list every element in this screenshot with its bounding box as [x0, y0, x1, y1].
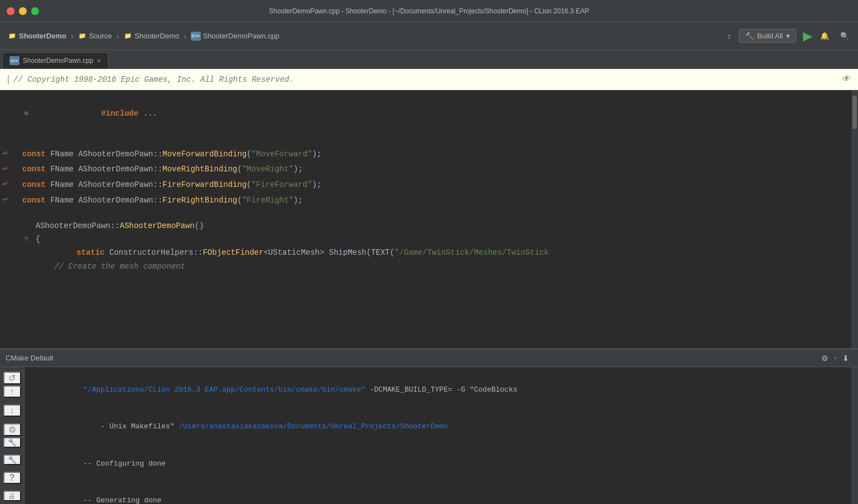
- breadcrumb-sep-2: ›: [116, 32, 119, 41]
- const-line-2: const FName AShooterDemoPawn::MoveRightB…: [19, 163, 303, 175]
- sort-button[interactable]: ↕: [724, 29, 734, 42]
- output-line-1b: - Unix Makefiles" /Users/anastasiakazako…: [31, 408, 845, 445]
- output-settings-button[interactable]: ⚙: [3, 423, 21, 436]
- cmake-label: CMake Default: [6, 354, 53, 362]
- window-title: ShooterDemoPawn.cpp - ShooterDemo - [~/D…: [269, 7, 589, 15]
- code-line-static: static ConstructorHelpers::FObjectFinder…: [0, 246, 851, 259]
- constructor-text: AShooterDemoPawn::AShooterDemoPawn(): [32, 220, 204, 232]
- const-line-4: const FName AShooterDemoPawn::FireRightB…: [19, 194, 303, 206]
- tab-label: ShooterDemoPawn.cpp: [23, 57, 93, 65]
- toolbar: 📁 ShooterDemo › 📁 Source › 📁 ShooterDemo…: [0, 22, 858, 50]
- code-line-comment: // Create the mesh component: [0, 260, 851, 273]
- fold-icon-brace[interactable]: ▽: [24, 234, 32, 245]
- code-line-3: ↩ const FName AShooterDemoPawn::FireForw…: [0, 177, 851, 192]
- code-line-1: ↩ const FName AShooterDemoPawn::MoveForw…: [0, 146, 851, 162]
- output-left-icons: ↺ ↑ ↓ ⚙ 🔧 🔧 ? 🖨 🗑: [0, 367, 24, 504]
- tab-cpp-icon: C++: [9, 56, 19, 65]
- code-line-empty1: [0, 135, 851, 146]
- cpp-file-icon: C++: [191, 32, 201, 41]
- folder-icon: 📁: [8, 32, 17, 41]
- breadcrumb-label-source: Source: [89, 32, 112, 40]
- tab-close-button[interactable]: ×: [97, 57, 101, 65]
- gutter-icon-1: ↩: [0, 147, 10, 161]
- output-print-button[interactable]: 🖨: [3, 491, 21, 501]
- output-down-button[interactable]: ↓: [3, 404, 21, 417]
- cmake-gear-button[interactable]: ⚙: [818, 352, 832, 365]
- output-line-3: -- Generating done: [31, 482, 845, 504]
- build-dropdown-icon: ▾: [786, 32, 790, 40]
- bottom-panel: CMake Default ⚙ ▾ ⬇ ↺ ↑ ↓ ⚙ 🔧: [0, 348, 858, 504]
- output-scrollbar[interactable]: [851, 367, 858, 504]
- output-refresh-button[interactable]: ↺: [3, 372, 21, 384]
- breadcrumb-item-file[interactable]: C++ ShooterDemoPawn.cpp: [189, 31, 282, 42]
- title-bar: ShooterDemoPawn.cpp - ShooterDemo - [~/D…: [0, 0, 858, 22]
- folder-icon-2: 📁: [78, 32, 87, 41]
- notification-button[interactable]: 🔔: [817, 29, 832, 42]
- output-path-1: "/Applications/CLion 2016.3 EAP.app/Cont…: [83, 386, 366, 394]
- code-content: ⊞ #include ... ↩ const FName AShooterDem…: [0, 90, 851, 348]
- breadcrumb-sep-3: ›: [184, 32, 186, 41]
- cmake-download-button[interactable]: ⬇: [839, 352, 852, 365]
- code-line-constructor: AShooterDemoPawn::AShooterDemoPawn(): [0, 219, 851, 233]
- tab-bar: C++ ShooterDemoPawn.cpp ×: [0, 50, 858, 69]
- search-button[interactable]: 🔍: [837, 29, 852, 42]
- editor-area: // Copyright 1998-2016 Epic Games, Inc. …: [0, 69, 858, 504]
- code-line-empty2: [0, 208, 851, 219]
- output-text[interactable]: "/Applications/CLion 2016.3 EAP.app/Cont…: [24, 367, 851, 504]
- copyright-comment: // Copyright 1998-2016 Epic Games, Inc. …: [13, 75, 294, 84]
- breadcrumb-item-shooterdemo2[interactable]: 📁 ShooterDemo: [121, 31, 181, 42]
- maximize-button[interactable]: [31, 7, 39, 15]
- code-line-brace: ▽ {: [0, 233, 851, 246]
- eye-icon[interactable]: 👁: [841, 74, 850, 85]
- gutter-icon-3: ↩: [0, 177, 10, 192]
- minimize-button[interactable]: [19, 7, 27, 15]
- output-wrench-button[interactable]: 🔧: [3, 437, 21, 448]
- bottom-panel-header: CMake Default ⚙ ▾ ⬇: [0, 349, 858, 367]
- breadcrumb-label-shooterdemo: ShooterDemo: [19, 32, 66, 40]
- main-area: // Copyright 1998-2016 Epic Games, Inc. …: [0, 69, 858, 504]
- breadcrumb-label-shooterdemo2: ShooterDemo: [135, 32, 179, 40]
- brace-text: {: [32, 233, 40, 245]
- scrollbar-thumb[interactable]: [852, 96, 857, 129]
- folder-icon-3: 📁: [124, 32, 132, 41]
- notification-icon: 🔔: [820, 32, 829, 40]
- include-text: #include ...: [32, 95, 157, 132]
- gutter-icon-2: ↩: [0, 162, 10, 177]
- output-icon-5[interactable]: 🔧: [3, 454, 21, 465]
- output-help-button[interactable]: ?: [3, 472, 21, 484]
- code-line-include: ⊞ #include ...: [0, 95, 851, 133]
- const-line-3: const FName AShooterDemoPawn::FireForwar…: [19, 179, 322, 191]
- code-editor[interactable]: ⊞ #include ... ↩ const FName AShooterDem…: [0, 90, 858, 348]
- breadcrumb-item-shooterdemo[interactable]: 📁 ShooterDemo: [6, 31, 68, 42]
- breadcrumb-label-file: ShooterDemoPawn.cpp: [203, 32, 279, 40]
- editor-scrollbar[interactable]: [851, 90, 858, 348]
- output-area: ↺ ↑ ↓ ⚙ 🔧 🔧 ? 🖨 🗑: [0, 367, 858, 504]
- copyright-text: // Copyright 1998-2016 Epic Games, Inc. …: [8, 75, 294, 84]
- bottom-toolbar-icons: ⚙ ▾ ⬇: [818, 352, 852, 365]
- code-line-2: ↩ const FName AShooterDemoPawn::MoveRigh…: [0, 162, 851, 177]
- output-up-button[interactable]: ↑: [3, 386, 21, 398]
- build-all-button[interactable]: 🔨 Build All ▾: [739, 29, 796, 43]
- const-line-1: const FName AShooterDemoPawn::MoveForwar…: [19, 148, 322, 160]
- run-button[interactable]: ▶: [803, 29, 812, 43]
- window-controls: [7, 7, 39, 15]
- build-hammer-icon: 🔨: [745, 32, 754, 40]
- breadcrumb-sep-1: ›: [71, 32, 73, 41]
- sort-icon: ↕: [727, 32, 731, 40]
- output-line-1: "/Applications/CLion 2016.3 EAP.app/Cont…: [31, 372, 845, 408]
- build-all-label: Build All: [757, 32, 783, 40]
- code-line-4: ↩ const FName AShooterDemoPawn::FireRigh…: [0, 192, 851, 208]
- comment-text: // Create the mesh component: [32, 260, 185, 273]
- toolbar-right: ↕ 🔨 Build All ▾ ▶ 🔔 🔍: [724, 29, 852, 43]
- file-tab[interactable]: C++ ShooterDemoPawn.cpp ×: [2, 52, 109, 68]
- output-line-2: -- Configuring done: [31, 446, 845, 482]
- code-lines: ⊞ #include ... ↩ const FName AShooterDem…: [0, 90, 851, 278]
- static-text: static ConstructorHelpers::FObjectFinder…: [32, 246, 549, 259]
- breadcrumb-item-source[interactable]: 📁 Source: [76, 31, 114, 42]
- fold-icon-include[interactable]: ⊞: [24, 109, 32, 119]
- copyright-bar: // Copyright 1998-2016 Epic Games, Inc. …: [0, 69, 858, 90]
- gutter-icon-4: ↩: [0, 193, 10, 207]
- close-button[interactable]: [7, 7, 14, 15]
- search-icon: 🔍: [840, 32, 849, 40]
